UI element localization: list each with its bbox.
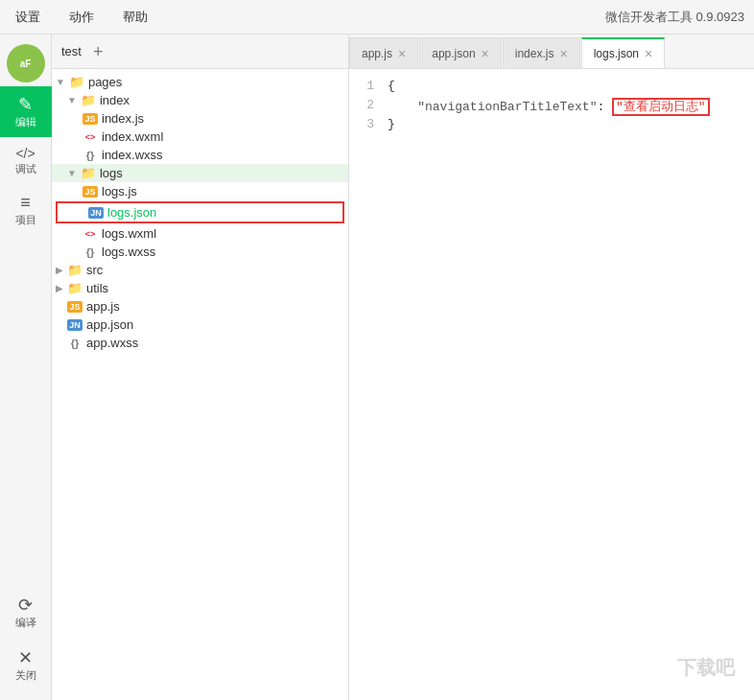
tab-close-icon[interactable]: × <box>482 47 489 60</box>
tree-item-app-js[interactable]: JS app.js <box>52 297 348 315</box>
main-area: aF ✎ 编辑 </> 调试 ≡ 项目 ⟳ 编译 ✕ 关闭 <box>0 35 754 700</box>
project-name: test <box>61 44 82 58</box>
debug-icon: </> <box>15 147 35 160</box>
folder-icon: 📁 <box>67 263 82 277</box>
folder-icon: 📁 <box>69 75 84 89</box>
compile-icon: ⟳ <box>18 596 33 614</box>
wxml-badge: <> <box>82 228 98 240</box>
sidebar-icons: aF ✎ 编辑 </> 调试 ≡ 项目 ⟳ 编译 ✕ 关闭 <box>0 35 52 700</box>
file-panel-header: test + <box>52 35 348 69</box>
menu-bar: 设置 动作 帮助 微信开发者工具 0.9.0923 <box>0 0 754 35</box>
sidebar-close-label: 关闭 <box>15 668 36 683</box>
line-content: { <box>384 79 754 93</box>
wxml-badge: <> <box>82 131 98 143</box>
tree-item-src[interactable]: ▶ 📁 src <box>52 261 348 279</box>
tree-item-utils[interactable]: ▶ 📁 utils <box>52 279 348 297</box>
editor-area: app.js × app.json × index.js × logs.json… <box>349 35 754 700</box>
jn-badge: JN <box>88 207 104 219</box>
line-content: } <box>384 117 754 131</box>
sidebar-debug-label: 调试 <box>15 162 36 176</box>
tree-label: index.wxss <box>102 148 163 162</box>
avatar: aF <box>7 44 45 82</box>
code-line-3: 3 } <box>349 117 754 136</box>
tree-label: logs.json <box>107 205 156 220</box>
tab-app-json[interactable]: app.json × <box>419 37 502 68</box>
tree-item-index-js[interactable]: JS index.js <box>52 109 348 128</box>
code-line-1: 1 { <box>349 79 754 98</box>
line-content: "navigationBarTitleText": "查看启动日志" <box>384 98 754 115</box>
tab-close-icon[interactable]: × <box>398 47 406 60</box>
tree-label: index.js <box>102 111 144 126</box>
menu-actions[interactable]: 动作 <box>63 5 100 30</box>
tree-label: pages <box>88 75 122 89</box>
sidebar-item-debug[interactable]: </> 调试 <box>0 137 52 184</box>
chevron-right-icon: ▶ <box>56 265 63 275</box>
project-icon: ≡ <box>20 194 31 211</box>
tab-close-icon[interactable]: × <box>559 47 567 60</box>
menu-bar-left: 设置 动作 帮助 <box>10 5 153 30</box>
tab-close-icon[interactable]: × <box>645 47 652 60</box>
tree-item-logs-folder[interactable]: ▼ 📁 logs <box>52 164 348 182</box>
folder-icon: 📁 <box>81 93 96 107</box>
tree-item-logs-wxss[interactable]: {} logs.wxss <box>52 243 348 261</box>
tab-label: app.js <box>362 47 392 60</box>
tab-bar: app.js × app.json × index.js × logs.json… <box>349 35 754 69</box>
close-icon: ✕ <box>18 649 33 666</box>
js-badge: JS <box>82 113 98 125</box>
tree-label: logs.wxml <box>102 226 156 241</box>
wxss-badge: {} <box>82 149 98 162</box>
code-editor[interactable]: 1 { 2 "navigationBarTitleText": "查看启动日志"… <box>349 69 754 700</box>
jn-badge: JN <box>67 319 82 331</box>
file-tree: ▼ 📁 pages ▼ 📁 index JS index.js <> index… <box>52 69 348 700</box>
tree-label: app.json <box>86 317 133 332</box>
tree-item-logs-js[interactable]: JS logs.js <box>52 182 348 200</box>
tab-label: index.js <box>515 47 554 60</box>
chevron-down-icon: ▼ <box>67 168 77 178</box>
app-version: 微信开发者工具 0.9.0923 <box>605 9 744 26</box>
tab-logs-json[interactable]: logs.json × <box>581 37 666 68</box>
chevron-down-icon: ▼ <box>67 95 77 105</box>
tree-label: src <box>86 263 103 277</box>
line-number: 3 <box>349 117 384 131</box>
tree-item-logs-json[interactable]: JN logs.json <box>56 201 344 223</box>
sidebar-item-close[interactable]: ✕ 关闭 <box>0 640 52 690</box>
menu-help[interactable]: 帮助 <box>117 5 153 30</box>
tab-label: app.json <box>432 47 475 60</box>
tree-item-logs-wxml[interactable]: <> logs.wxml <box>52 224 348 243</box>
add-tab-button[interactable]: + <box>93 43 104 60</box>
tree-label: app.js <box>86 299 120 314</box>
tree-label: index <box>100 93 130 107</box>
code-line-2: 2 "navigationBarTitleText": "查看启动日志" <box>349 98 754 117</box>
chevron-right-icon: ▶ <box>56 283 63 293</box>
tree-label: logs <box>100 166 123 180</box>
sidebar-edit-label: 编辑 <box>15 115 36 129</box>
tree-label: index.wxml <box>102 129 163 144</box>
folder-open-icon: 📁 <box>81 166 96 180</box>
menu-settings[interactable]: 设置 <box>10 5 46 30</box>
js-badge: JS <box>82 186 98 198</box>
tab-label: logs.json <box>594 47 639 60</box>
line-number: 1 <box>349 79 384 93</box>
tree-item-index-wxss[interactable]: {} index.wxss <box>52 146 348 164</box>
folder-icon: 📁 <box>67 281 82 295</box>
tree-item-pages[interactable]: ▼ 📁 pages <box>52 73 348 91</box>
sidebar-item-compile[interactable]: ⟳ 编译 <box>0 587 52 638</box>
file-panel: test + ▼ 📁 pages ▼ 📁 index JS index.js <box>52 35 349 700</box>
edit-icon: ✎ <box>18 96 33 113</box>
tree-label: utils <box>86 281 108 295</box>
tree-label: logs.wxss <box>102 245 155 259</box>
tab-app-js[interactable]: app.js × <box>349 37 418 68</box>
tab-index-js[interactable]: index.js × <box>503 37 580 68</box>
tree-label: app.wxss <box>86 336 138 350</box>
string-value-highlighted: "查看启动日志" <box>612 98 710 116</box>
line-number: 2 <box>349 98 384 112</box>
tree-item-index-wxml[interactable]: <> index.wxml <box>52 128 348 146</box>
sidebar-item-project[interactable]: ≡ 项目 <box>0 184 52 235</box>
sidebar-item-edit[interactable]: ✎ 编辑 <box>0 86 52 137</box>
sidebar-compile-label: 编译 <box>15 616 36 630</box>
chevron-down-icon: ▼ <box>56 77 65 87</box>
tree-item-index[interactable]: ▼ 📁 index <box>52 91 348 109</box>
tree-item-app-json[interactable]: JN app.json <box>52 315 348 334</box>
tree-label: logs.js <box>102 184 137 198</box>
tree-item-app-wxss[interactable]: {} app.wxss <box>52 334 348 352</box>
